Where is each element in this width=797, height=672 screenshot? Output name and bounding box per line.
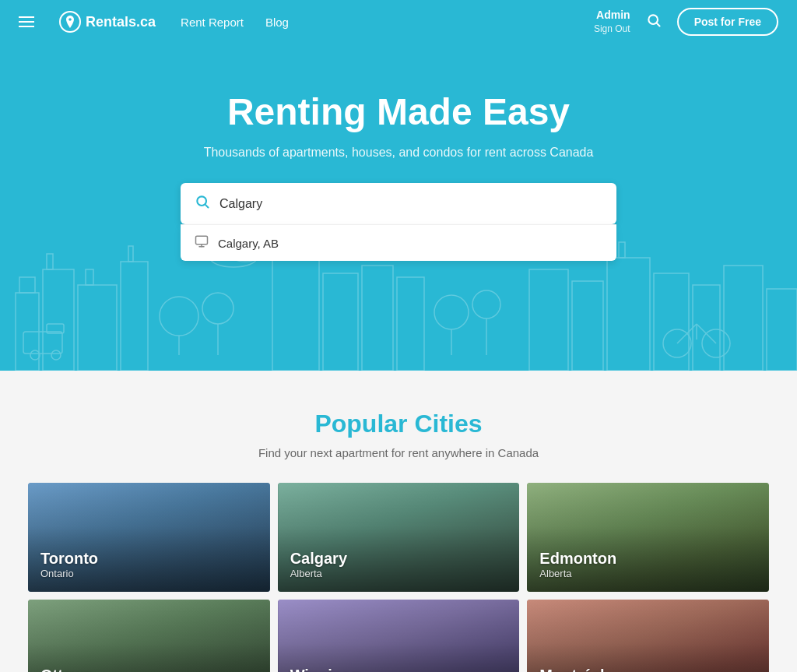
city-card-ottawa[interactable]: Ottawa Ontario — [28, 600, 270, 672]
city-province: Ontario — [40, 568, 98, 579]
city-card-winnipeg[interactable]: Winnipeg Manitoba — [278, 600, 520, 672]
city-card-calgary[interactable]: Calgary Alberta — [278, 483, 520, 592]
svg-rect-26 — [619, 242, 625, 258]
city-card-info: Toronto Ontario — [40, 550, 98, 579]
svg-rect-8 — [121, 262, 148, 371]
hero-subtitle: Thousands of apartments, houses, and con… — [16, 146, 781, 160]
svg-line-38 — [697, 324, 716, 343]
search-input[interactable] — [219, 197, 602, 211]
city-name: Edmonton — [539, 550, 616, 568]
svg-rect-3 — [19, 277, 35, 293]
city-card-overlay — [28, 600, 270, 672]
city-name: Ottawa — [40, 667, 93, 672]
post-for-free-button[interactable]: Post for Free — [677, 8, 778, 36]
svg-point-21 — [472, 290, 500, 318]
svg-line-1 — [657, 23, 660, 26]
svg-rect-6 — [78, 285, 117, 371]
city-card-overlay — [527, 600, 769, 672]
logo-icon — [59, 11, 81, 33]
nav-admin-name: Admin — [594, 9, 630, 21]
svg-point-34 — [51, 350, 61, 360]
svg-rect-46 — [196, 236, 208, 245]
svg-rect-29 — [724, 266, 763, 371]
city-card-info: Edmonton Alberta — [539, 550, 616, 579]
city-card-info: Winnipeg Manitoba — [290, 667, 360, 672]
navbar: Rentals.ca Rent Report Blog Admin Sign O… — [0, 0, 797, 44]
city-name: Montréal — [539, 667, 604, 672]
svg-line-45 — [205, 205, 209, 208]
svg-point-12 — [202, 293, 233, 324]
svg-rect-7 — [86, 269, 93, 285]
city-province: Alberta — [290, 568, 347, 579]
city-province: Alberta — [539, 568, 616, 579]
svg-rect-23 — [529, 269, 568, 371]
city-name: Toronto — [40, 550, 98, 568]
city-name: Calgary — [290, 550, 347, 568]
nav-blog[interactable]: Blog — [265, 16, 289, 29]
nav-links: Rent Report Blog — [181, 16, 289, 29]
svg-rect-18 — [397, 277, 424, 371]
city-card-info: Montréal Québec — [539, 667, 604, 672]
dropdown-result-text: Calgary, AB — [218, 237, 279, 250]
city-card-info: Ottawa Ontario — [40, 667, 93, 672]
hero-section: Renting Made Easy Thousands of apartment… — [0, 44, 797, 371]
search-icon[interactable] — [646, 12, 662, 32]
popular-cities-section: Popular Cities Find your next apartment … — [0, 371, 797, 672]
city-card-info: Calgary Alberta — [290, 550, 347, 579]
city-card-overlay — [278, 600, 520, 672]
nav-rent-report[interactable]: Rent Report — [181, 16, 244, 29]
svg-rect-5 — [47, 254, 53, 269]
popular-cities-title: Popular Cities — [28, 410, 769, 438]
svg-rect-25 — [607, 258, 650, 371]
nav-user: Admin Sign Out — [594, 9, 630, 35]
svg-line-37 — [677, 324, 697, 343]
svg-rect-17 — [362, 266, 393, 371]
svg-point-33 — [30, 350, 40, 360]
svg-point-10 — [160, 297, 198, 336]
svg-rect-4 — [43, 269, 74, 371]
city-name: Winnipeg — [290, 667, 360, 672]
search-magnifier-icon — [195, 194, 210, 213]
search-container: Calgary, AB — [181, 183, 616, 261]
nav-signout-link[interactable]: Sign Out — [594, 23, 630, 34]
svg-rect-24 — [572, 281, 603, 371]
map-pin-icon — [195, 234, 209, 252]
hero-title: Renting Made Easy — [16, 90, 781, 133]
svg-rect-9 — [128, 246, 133, 262]
logo-text: Rentals.ca — [86, 14, 156, 30]
cities-grid: Toronto Ontario Calgary Alberta Edmonton… — [28, 483, 769, 672]
city-card-montral[interactable]: Montréal Québec — [527, 600, 769, 672]
city-card-edmonton[interactable]: Edmonton Alberta — [527, 483, 769, 592]
site-logo[interactable]: Rentals.ca — [59, 11, 156, 33]
nav-right: Admin Sign Out Post for Free — [594, 8, 778, 36]
popular-cities-subtitle: Find your next apartment for rent anywhe… — [28, 446, 769, 459]
hamburger-menu[interactable] — [19, 16, 34, 27]
svg-rect-16 — [323, 273, 358, 371]
svg-point-19 — [434, 295, 469, 329]
search-box — [181, 183, 616, 224]
city-card-toronto[interactable]: Toronto Ontario — [28, 483, 270, 592]
search-dropdown[interactable]: Calgary, AB — [181, 224, 616, 261]
svg-rect-14 — [272, 254, 319, 371]
svg-rect-30 — [767, 289, 797, 371]
